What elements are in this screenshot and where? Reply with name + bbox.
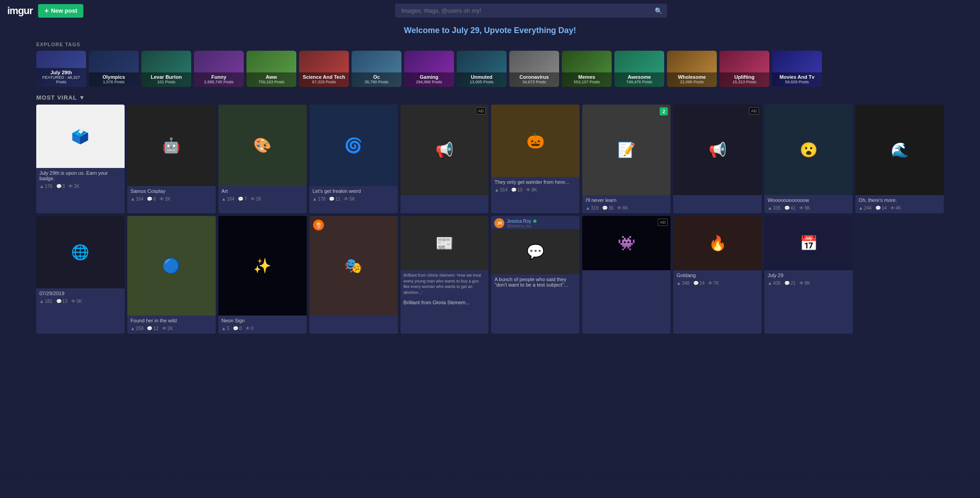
post-card-alienware[interactable]: 👾AD <box>582 216 671 334</box>
comment-icon: 💬 <box>511 187 517 192</box>
post-card-weird[interactable]: 🌀Let's get freakin weird ▲178 💬11 👁5K <box>309 105 398 213</box>
tag-name-scitech: Science And Tech <box>300 74 348 80</box>
comment-stat: 💬6 <box>147 196 156 201</box>
tag-count-levar: 101 Posts <box>142 80 190 84</box>
tag-july29[interactable]: July 29th FEATURED · 46,327 Posts <box>36 51 86 87</box>
post-stats-notice: ▲319 💬36 👁8K <box>582 204 671 213</box>
comment-stat: 💬24 <box>693 281 705 286</box>
post-card-pumpkin[interactable]: 🎃They only get weirder from here... ▲314… <box>491 105 579 213</box>
post-card-gotdang[interactable]: 🔥Gotdang ▲348 💬24 👁7K <box>673 216 762 334</box>
tag-scitech[interactable]: Science And Tech 67,329 Posts <box>299 51 349 87</box>
tag-funny[interactable]: Funny 2,695,745 Posts <box>194 51 244 87</box>
post-card-gotcha[interactable]: 🎭🍿 <box>309 216 398 334</box>
upvote-stat: ▲244 <box>859 206 872 211</box>
comment-stat: 💬3 <box>56 184 65 189</box>
most-viral-header[interactable]: MOST VIRAL ▼ <box>0 90 980 105</box>
tag-olympics[interactable]: Olympics 1,576 Posts <box>89 51 139 87</box>
comment-icon: 💬 <box>693 281 699 286</box>
post-body-gloria: Brilliant from Gloria Steinem: 'How we t… <box>401 270 489 297</box>
upvote-stat: ▲319 <box>585 206 599 211</box>
upvote-icon: ▲ <box>130 326 135 331</box>
post-card-jessica[interactable]: JR Jessica Roy @jessica_roy 💬A bunch of … <box>491 216 579 334</box>
comment-stat: 💬21 <box>784 281 796 286</box>
search-input[interactable] <box>395 4 667 18</box>
tag-aww[interactable]: Aww 759,163 Posts <box>246 51 296 87</box>
post-thumb-upvoted: 🗳️ <box>36 105 125 168</box>
tag-oc[interactable]: Oc 35,790 Posts <box>352 51 401 87</box>
comment-stat: 💬0 <box>233 326 242 331</box>
post-thumb-july29_2: 📅 <box>764 216 853 270</box>
post-title-ie_meme: 07/29/2019 <box>36 288 125 297</box>
post-card-oc_more[interactable]: 🌊Oh, there's more. ▲244 💬14 👁4K <box>855 105 944 213</box>
post-card-ad2[interactable]: 📢AD <box>673 105 762 213</box>
view-stat: 👁5K <box>344 196 355 201</box>
post-card-art[interactable]: 🎨Art ▲164 💬7 👁2K <box>218 105 307 213</box>
comment-stat: 💬10 <box>511 187 522 192</box>
comment-icon: 💬 <box>147 326 152 331</box>
post-thumb-art: 🎨 <box>218 105 307 186</box>
avatar-handle: @jessica_roy <box>507 224 536 228</box>
explore-label: EXPLORE TAGS <box>36 42 944 47</box>
tag-coronavirus[interactable]: Coronavirus 34,673 Posts <box>509 51 559 87</box>
upvote-stat: ▲176 <box>39 184 53 189</box>
view-stat: 👁2K <box>162 326 173 331</box>
upvote-icon: ▲ <box>222 196 226 201</box>
popcorn-badge: 🍿 <box>313 220 324 230</box>
avatar-row: JR Jessica Roy @jessica_roy <box>491 216 579 229</box>
welcome-text: Welcome to July 29, Upvote Everything Da… <box>404 26 576 35</box>
most-viral-label: MOST VIRAL <box>36 94 77 101</box>
tag-name-levar: Levar Burton <box>142 74 190 80</box>
comment-stat: 💬41 <box>784 206 796 211</box>
post-card-neon[interactable]: ✨Neon Sign ▲5 💬0 👁0 <box>218 216 307 334</box>
view-stat: 👁8K <box>526 187 537 192</box>
tag-awesome[interactable]: Awesome 749,476 Posts <box>614 51 664 87</box>
upvote-icon: ▲ <box>222 326 226 331</box>
comment-icon: 💬 <box>875 206 881 211</box>
tag-levar[interactable]: Levar Burton 101 Posts <box>141 51 191 87</box>
tag-name-unmuted: Unmuted <box>458 74 506 80</box>
view-stat: 👁8K <box>799 281 810 286</box>
tag-count-awesome: 749,476 Posts <box>615 80 663 84</box>
new-post-button[interactable]: New post <box>38 4 83 18</box>
tag-count-wholesome: 22,096 Posts <box>668 80 716 84</box>
tag-name-uplifting: Uplifting <box>720 74 768 80</box>
upvote-icon: ▲ <box>768 206 772 211</box>
view-stat: 👁7K <box>708 281 719 286</box>
post-card-notice[interactable]: 📝2I'll never learn ▲319 💬36 👁8K <box>582 105 671 213</box>
post-thumb-ad1: 📢 <box>401 105 489 195</box>
post-card-ie_meme[interactable]: 🌐07/29/2019 ▲181 💬13 👁3K <box>36 216 125 334</box>
tag-count-scitech: 67,329 Posts <box>300 80 348 84</box>
tag-name-oc: Oc <box>352 74 401 80</box>
post-stats-gotdang: ▲348 💬24 👁7K <box>673 279 762 288</box>
post-stats-july29_2: ▲405 💬21 👁8K <box>764 279 853 288</box>
tag-memes[interactable]: Memes 553,107 Posts <box>562 51 612 87</box>
post-card-ad1[interactable]: 📢AD <box>401 105 489 213</box>
post-card-samus[interactable]: 🤖Samus Cosplay ▲164 💬6 👁2K <box>127 105 216 213</box>
view-stat: 👁2K <box>68 184 79 189</box>
avatar-name: Jessica Roy <box>507 219 536 224</box>
tag-movies[interactable]: Movies And Tv 59,829 Posts <box>772 51 822 87</box>
tag-count-unmuted: 13,005 Posts <box>458 80 506 84</box>
post-card-gloria[interactable]: 📰Brilliant from Gloria Steinem: 'How we … <box>401 216 489 334</box>
post-card-wild[interactable]: 🔵Found her in the wild ▲259 💬12 👁2K <box>127 216 216 334</box>
post-stats-neon: ▲5 💬0 👁0 <box>218 325 307 334</box>
tag-count-coronavirus: 34,673 Posts <box>510 80 558 84</box>
post-thumb-neon: ✨ <box>218 216 307 316</box>
upvote-icon: ▲ <box>39 299 44 304</box>
upvote-stat: ▲348 <box>676 281 690 286</box>
tag-uplifting[interactable]: Uplifting 15,313 Posts <box>719 51 769 87</box>
tag-unmuted[interactable]: Unmuted 13,005 Posts <box>457 51 507 87</box>
post-card-upvoted[interactable]: 🗳️July 29th is upon us. Earn your badge.… <box>36 105 125 213</box>
post-card-july29_2[interactable]: 📅July 29 ▲405 💬21 👁8K <box>764 216 853 334</box>
logo[interactable]: imgur <box>7 5 33 17</box>
comment-icon: 💬 <box>602 206 608 211</box>
tag-wholesome[interactable]: Wholesome 22,096 Posts <box>667 51 717 87</box>
upvote-icon: ▲ <box>585 206 590 211</box>
post-thumb-weird: 🌀 <box>309 105 398 186</box>
tag-name-funny: Funny <box>195 74 243 80</box>
tag-gaming[interactable]: Gaming 294,966 Posts <box>404 51 454 87</box>
comment-stat: 💬11 <box>329 196 340 201</box>
view-icon: 👁 <box>251 196 255 201</box>
post-card-woooo[interactable]: 😮Woooooooooooow ▲335 💬41 👁9K <box>764 105 853 213</box>
tag-count-funny: 2,695,745 Posts <box>195 80 243 84</box>
